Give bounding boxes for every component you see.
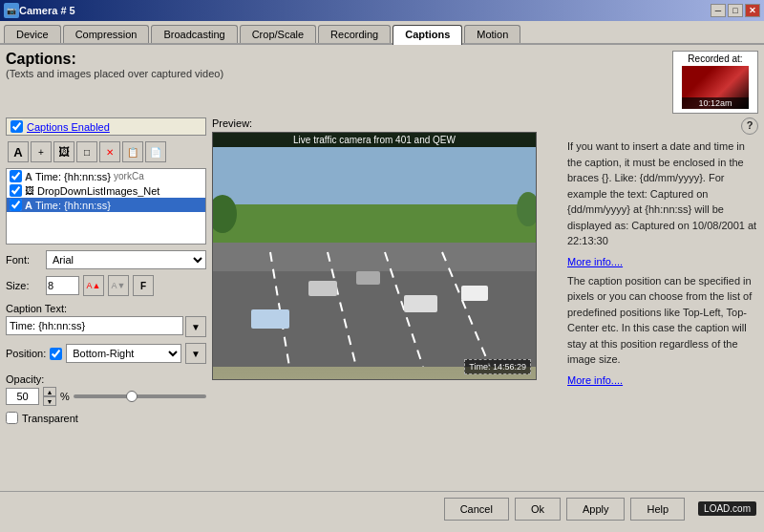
caption-3-type: A [25, 200, 32, 211]
caption-list: A Time: {hh:nn:ss} yorkCa 🖼 DropDownList… [6, 168, 206, 245]
transparent-label: Transparent [22, 413, 78, 424]
svg-rect-8 [308, 281, 337, 296]
paste-caption-button[interactable]: 📄 [145, 141, 166, 162]
ok-button[interactable]: Ok [515, 498, 561, 521]
preview-label: Preview: [212, 117, 562, 129]
header-area: Captions: (Texts and images placed over … [6, 51, 758, 114]
tab-cropscale[interactable]: Crop/Scale [240, 25, 316, 43]
tab-captions[interactable]: Captions [393, 25, 462, 45]
more-info-link-2[interactable]: More info.... [567, 373, 758, 388]
opacity-input[interactable] [6, 388, 39, 405]
captions-enabled-label[interactable]: Captions Enabled [27, 121, 110, 133]
window-controls: ─ □ ✕ [711, 4, 760, 17]
cancel-button[interactable]: Cancel [444, 498, 509, 521]
image-tool-button[interactable]: 🖼 [53, 141, 74, 162]
caption-1-type: A [25, 171, 32, 182]
opacity-spinners: ▲ ▼ [43, 387, 56, 406]
tab-recording[interactable]: Recording [318, 25, 391, 43]
caption-2-text: DropDownListImages_Net [37, 185, 159, 197]
position-label: Position: [6, 348, 46, 359]
main-content: Captions: (Texts and images placed over … [0, 45, 764, 491]
font-label: Font: [6, 254, 42, 266]
page-subtitle: (Texts and images placed over captured v… [6, 68, 223, 79]
app-icon: 📷 [4, 3, 19, 18]
transparent-row: Transparent [6, 412, 206, 424]
position-row: Position: Bottom-Right Top-Left Top-Cent… [6, 343, 206, 364]
apply-button[interactable]: Apply [566, 498, 626, 521]
captions-enabled-row: Captions Enabled [6, 117, 206, 136]
tab-compression[interactable]: Compression [63, 25, 150, 43]
opacity-slider[interactable] [74, 394, 206, 398]
page-header: Captions: (Texts and images placed over … [6, 51, 223, 114]
bottom-bar: Cancel Ok Apply Help LOAD.com [0, 491, 764, 525]
caption-3-checkbox[interactable] [10, 199, 22, 211]
size-input[interactable] [46, 276, 79, 295]
caption-text-row: ▼ [6, 316, 206, 337]
font-size-down[interactable]: A▼ [108, 275, 129, 296]
help-text-1: If you want to insert a date and time in… [567, 138, 758, 249]
close-button[interactable]: ✕ [745, 4, 760, 17]
caption-2-type: 🖼 [25, 185, 34, 196]
delete-caption-button[interactable]: ✕ [99, 141, 120, 162]
recorded-at-box: Recorded at: 10:12am [672, 51, 758, 114]
copy-caption-button[interactable]: 📋 [122, 141, 143, 162]
position-dropdown-btn[interactable]: ▼ [185, 343, 206, 364]
recorded-thumbnail: 10:12am [682, 66, 749, 109]
load4-logo: LOAD.com [698, 501, 756, 516]
help-icon[interactable]: ? [741, 117, 758, 135]
caption-1-text: Time: {hh:nn:ss} [35, 171, 111, 182]
tab-broadcasting[interactable]: Broadcasting [151, 25, 237, 43]
captions-enabled-checkbox[interactable] [11, 120, 23, 133]
svg-rect-11 [461, 286, 488, 301]
opacity-thumb [126, 391, 138, 402]
opacity-percent: % [60, 391, 70, 402]
opacity-label: Opacity: [6, 373, 206, 385]
content-row: Captions Enabled A + 🖼 □ ✕ 📋 📄 A Time: {… [6, 117, 758, 485]
caption-time-overlay: Time: 14:56:29 [464, 359, 531, 374]
minimize-button[interactable]: ─ [711, 4, 726, 17]
title-bar: 📷 Camera # 5 ─ □ ✕ [0, 0, 764, 21]
font-style-button[interactable]: F [133, 275, 154, 296]
rect-tool-button[interactable]: □ [76, 141, 97, 162]
caption-2-checkbox[interactable] [10, 184, 22, 197]
page-title: Captions: [6, 51, 223, 68]
opacity-up[interactable]: ▲ [43, 387, 56, 396]
left-panel: Captions Enabled A + 🖼 □ ✕ 📋 📄 A Time: {… [6, 117, 206, 485]
font-size-up[interactable]: A▲ [83, 275, 104, 296]
right-panel: ? If you want to insert a date and time … [567, 117, 758, 485]
tab-motion[interactable]: Motion [464, 25, 520, 43]
size-label: Size: [6, 280, 42, 291]
tab-device[interactable]: Device [4, 25, 61, 43]
preview-image: Live traffic camera from 401 and QEW [212, 132, 537, 380]
caption-item-2[interactable]: 🖼 DropDownListImages_Net [7, 183, 205, 198]
svg-rect-1 [213, 204, 537, 243]
middle-panel: Preview: Live traffic camera from 401 an… [212, 117, 562, 485]
caption-dropdown-btn[interactable]: ▼ [185, 316, 206, 337]
caption-item-3[interactable]: A Time: {hh:nn:ss} [7, 198, 205, 212]
text-tool-button[interactable]: A [8, 141, 29, 162]
caption-text-label: Caption Text: [6, 303, 206, 314]
position-checkbox[interactable] [50, 348, 62, 360]
font-select[interactable]: Arial Times New Roman Verdana [46, 250, 206, 269]
svg-rect-9 [404, 295, 437, 312]
preview-camera-label: Live traffic camera from 401 and QEW [213, 133, 536, 147]
caption-text-input[interactable] [6, 316, 183, 335]
maximize-button[interactable]: □ [728, 4, 743, 17]
add-caption-button[interactable]: + [31, 141, 52, 162]
caption-1-extra: yorkCa [114, 171, 144, 181]
svg-rect-10 [251, 309, 289, 329]
window-title: Camera # 5 [19, 5, 75, 16]
caption-toolbar: A + 🖼 □ ✕ 📋 📄 [6, 139, 206, 164]
more-info-link-1[interactable]: More info.... [567, 255, 758, 269]
caption-3-text: Time: {hh:nn:ss} [35, 200, 111, 211]
caption-1-checkbox[interactable] [10, 170, 22, 182]
opacity-down[interactable]: ▼ [43, 396, 56, 406]
opacity-row: ▲ ▼ % [6, 387, 206, 406]
help-button[interactable]: Help [630, 498, 685, 521]
recorded-at-label: Recorded at: [677, 53, 753, 64]
caption-item-1[interactable]: A Time: {hh:nn:ss} yorkCa [7, 169, 205, 183]
position-select[interactable]: Bottom-Right Top-Left Top-Center Top-Rig… [66, 344, 181, 363]
size-row: Size: A▲ A▼ F [6, 275, 206, 296]
svg-rect-12 [356, 271, 380, 285]
transparent-checkbox[interactable] [6, 412, 18, 424]
